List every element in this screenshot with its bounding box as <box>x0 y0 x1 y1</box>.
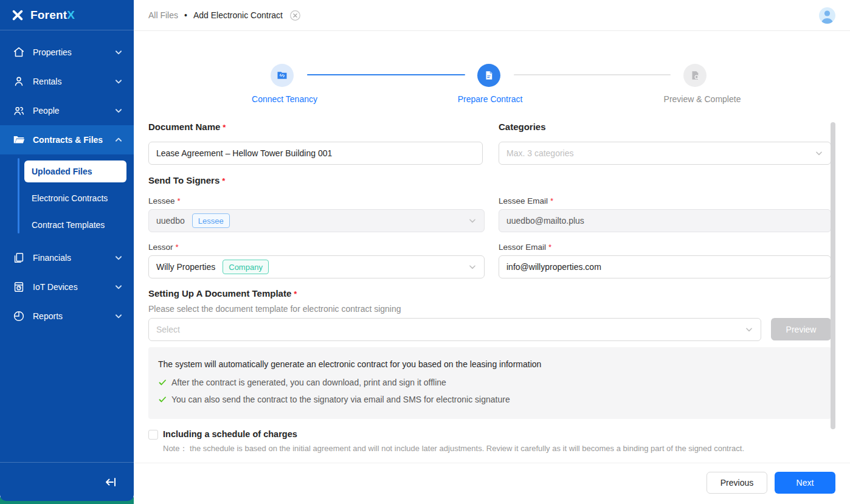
step-label-connect-tenancy[interactable]: Connect Tenancy <box>252 94 317 104</box>
step-prepare-contract[interactable] <box>477 64 500 87</box>
sidebar-item-reports[interactable]: Reports <box>0 302 134 331</box>
footer-divider <box>134 463 850 463</box>
vertical-scrollbar[interactable] <box>831 122 835 429</box>
check-icon <box>158 378 167 387</box>
step-label-prepare-contract[interactable]: Prepare Contract <box>458 94 523 104</box>
sidebar-subitem-contract-templates[interactable]: Contract Templates <box>0 212 134 238</box>
chevron-down-icon <box>114 77 123 86</box>
contracts-files-submenu: Uploaded Files Electronic Contracts Cont… <box>0 154 134 243</box>
chevron-down-icon <box>114 283 123 291</box>
lessee-label: Lessee* <box>148 196 181 205</box>
check-icon <box>158 395 167 404</box>
folder-link-icon <box>276 69 288 81</box>
document-template-heading: Setting Up A Document Template* <box>148 288 297 299</box>
schedule-note: Note： the schedule is based on the initi… <box>163 443 744 454</box>
auto-generate-info-box: The system will automatically generate a… <box>148 347 831 419</box>
breadcrumb-separator: • <box>184 10 187 20</box>
sidebar-subitem-uploaded-files[interactable]: Uploaded Files <box>24 161 126 182</box>
people-icon <box>12 104 26 117</box>
sidebar-item-properties[interactable]: Properties <box>0 38 134 67</box>
sidebar-subitem-label: Uploaded Files <box>32 167 92 176</box>
step-connect-tenancy[interactable] <box>271 64 294 87</box>
lessee-value: uuedbo <box>156 216 185 226</box>
chevron-down-icon <box>114 254 123 262</box>
main-content: Connect Tenancy Prepare Contract Preview… <box>134 32 850 504</box>
person-icon <box>12 75 26 88</box>
pie-chart-icon <box>12 309 26 323</box>
lessor-select[interactable]: Willy Properties Company <box>148 255 485 278</box>
sidebar-item-label: Contracts & Files <box>33 135 114 145</box>
sidebar-item-people[interactable]: People <box>0 96 134 125</box>
lessor-value: Willy Properties <box>156 262 215 272</box>
close-tab-icon[interactable] <box>290 10 300 21</box>
sidebar-item-rentals[interactable]: Rentals <box>0 67 134 96</box>
step-connector-done <box>307 74 465 75</box>
sidebar-item-label: People <box>33 106 114 116</box>
categories-placeholder: Max. 3 categories <box>506 148 574 158</box>
sidebar-subitem-label: Electronic Contracts <box>32 193 108 203</box>
lessor-type-tag: Company <box>223 260 269 274</box>
brand-logo[interactable]: ForentX <box>0 0 134 30</box>
sidebar-item-label: IoT Devices <box>33 282 114 292</box>
sidebar-item-iot-devices[interactable]: IoT Devices <box>0 272 134 302</box>
sidebar-item-financials[interactable]: Financials <box>0 243 134 272</box>
lessee-role-tag: Lessee <box>192 213 230 228</box>
lessee-email-label: Lessee Email* <box>499 196 553 205</box>
document-search-icon <box>689 70 700 81</box>
document-template-subtext: Please select the document template for … <box>148 304 401 314</box>
required-mark: * <box>223 123 226 132</box>
required-mark: * <box>294 289 297 299</box>
send-to-signers-heading: Send To Signers* <box>148 175 225 185</box>
required-mark: * <box>548 243 551 252</box>
required-mark: * <box>550 196 553 205</box>
chevron-down-icon <box>468 263 477 271</box>
required-mark: * <box>176 243 179 252</box>
info-title: The system will automatically generate a… <box>158 359 821 369</box>
lessor-email-input[interactable] <box>499 255 831 278</box>
sidebar-item-contracts-files[interactable]: Contracts & Files <box>0 125 134 154</box>
required-mark: * <box>178 196 181 205</box>
chevron-down-icon <box>114 48 123 57</box>
user-avatar[interactable] <box>819 7 835 24</box>
breadcrumb-all-files[interactable]: All Files <box>148 10 178 20</box>
sidebar-item-label: Rentals <box>33 77 114 86</box>
lessor-label: Lessor* <box>148 243 179 252</box>
lessee-select[interactable]: uuedbo Lessee <box>148 209 485 232</box>
sidebar-item-label: Properties <box>33 47 114 57</box>
step-connector-pending <box>514 74 671 75</box>
schedule-of-charges-checkbox[interactable] <box>148 430 158 440</box>
sidebar-item-label: Reports <box>33 311 114 321</box>
info-bullet: After the contract is generated, you can… <box>158 378 821 387</box>
preview-button[interactable]: Preview <box>771 318 831 340</box>
sidebar-footer <box>0 462 134 501</box>
required-mark: * <box>222 176 225 185</box>
categories-select[interactable]: Max. 3 categories <box>499 142 831 165</box>
collapse-sidebar-icon[interactable] <box>103 475 118 489</box>
iot-device-icon <box>12 280 26 294</box>
step-preview-complete[interactable] <box>683 64 707 87</box>
sidebar-subitem-electronic-contracts[interactable]: Electronic Contracts <box>0 185 134 212</box>
chevron-down-icon <box>468 216 477 225</box>
chevron-down-icon <box>815 149 823 157</box>
step-label-preview-complete: Preview & Complete <box>664 94 741 104</box>
previous-button[interactable]: Previous <box>707 472 767 494</box>
sidebar-item-label: Financials <box>33 253 114 263</box>
next-button[interactable]: Next <box>775 472 835 494</box>
breadcrumb-current-tab: Add Electronic Contract <box>193 10 283 20</box>
categories-label: Categories <box>499 122 546 132</box>
chevron-down-icon <box>745 325 753 334</box>
document-name-label: Document Name* <box>148 122 226 132</box>
info-bullet: You can also send the contract to the si… <box>158 395 821 404</box>
submenu-rail <box>18 158 19 233</box>
brand-name-accent: X <box>67 9 75 21</box>
brand-name: ForentX <box>30 9 75 22</box>
lessee-email-input[interactable] <box>499 209 831 232</box>
schedule-of-charges-label[interactable]: Including a schedule of charges <box>163 429 297 439</box>
document-name-input[interactable] <box>148 142 483 165</box>
template-select[interactable]: Select <box>148 318 761 341</box>
folder-icon <box>12 133 26 147</box>
app-root: ForentX Properties Rentals <box>0 0 850 504</box>
chevron-down-icon <box>114 312 123 320</box>
chevron-down-icon <box>114 106 123 115</box>
brand-x-icon <box>11 9 24 22</box>
